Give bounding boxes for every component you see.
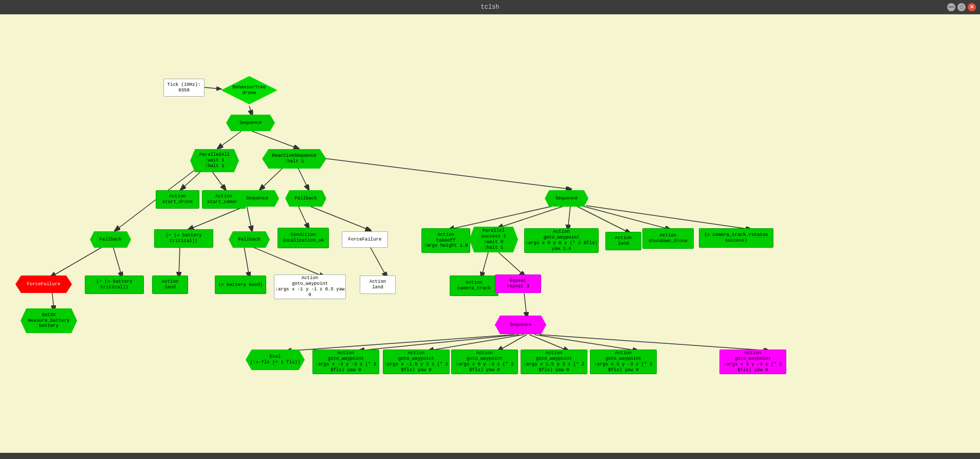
fallback3-node: Fallback <box>229 231 270 248</box>
eval3-label: (~ (= battery Critical)) <box>85 279 143 290</box>
svg-line-1 <box>218 131 242 148</box>
tick-label: Tick (10Hz):0358 <box>168 82 201 94</box>
close-button[interactable]: ✕ <box>968 3 976 11</box>
reactive-sequence-node: ReactiveSequence:halt 1 <box>262 149 326 169</box>
svg-line-15 <box>568 206 570 229</box>
force-failure1-node: ForceFailure <box>342 231 388 248</box>
repeat-label: Repeatrepeat 3 <box>507 278 529 289</box>
svg-line-6 <box>261 168 283 189</box>
action-shutdown-node: Actionshutdown_drone <box>642 228 694 249</box>
svg-line-17 <box>581 206 670 229</box>
action-land2-node: Actionland <box>152 276 188 294</box>
sequence3-label: Sequence <box>556 196 578 201</box>
sequence2-node: Sequence <box>235 190 279 207</box>
maximize-button[interactable]: □ <box>957 3 966 11</box>
svg-line-35 <box>540 335 768 351</box>
svg-line-33 <box>529 335 568 351</box>
sequence1-label: Sequence <box>239 120 262 126</box>
force-failure2-node: ForceFailure <box>15 276 72 293</box>
svg-line-24 <box>370 247 386 277</box>
action-goto5-node: Actiongoto_waypoint:args x 0 y -3 z (* 2… <box>451 350 518 374</box>
eval1-label: (~ (= battery Critical)) <box>155 233 213 244</box>
svg-line-28 <box>524 293 527 317</box>
action-goto2-label: Actiongoto_waypoint:args x -1 y -1 z 0.5… <box>274 276 345 298</box>
action-takeoff-node: Actiontakeoff:args height 1.0 <box>421 228 470 253</box>
eval5-label: Eval(:= fls (+ 1 fls)) <box>250 354 300 365</box>
eval2-label: (= camera_track.rstatus success) <box>699 232 773 244</box>
fallback3-label: Fallback <box>238 237 260 243</box>
svg-line-10 <box>189 206 247 229</box>
svg-line-30 <box>360 335 519 351</box>
action-goto6-label: Actiongoto_waypoint:args x 1.5 y 3 z (* … <box>521 351 587 373</box>
action-land1-label: Actionland <box>615 235 632 247</box>
scrollbar-h[interactable] <box>0 453 980 459</box>
action-goto8-label: Actiongoto_waypoint:args x 3 y -3 z (* 2… <box>720 351 786 373</box>
action-goto4-label: Actiongoto_waypoint:args x -1.5 y 3 z (*… <box>383 351 449 373</box>
condition-loc-label: Conditionlocalization_ok <box>282 232 324 244</box>
action-start-camera-label: Actionstart_camera <box>207 194 241 205</box>
titlebar: tclsh — □ ✕ <box>0 0 980 14</box>
action-camera-track-node: Actioncamera_track <box>450 276 498 296</box>
svg-line-3 <box>181 170 203 189</box>
sequence4-label: Sequence <box>509 322 531 328</box>
reactive-sequence-label: ReactiveSequence:halt 1 <box>272 153 316 164</box>
svg-line-9 <box>247 206 252 230</box>
sequence1-node: Sequence <box>226 115 275 131</box>
svg-line-21 <box>179 247 180 277</box>
action-land3-label: Actionland <box>369 279 386 290</box>
svg-line-29 <box>287 335 514 351</box>
parallel2-node: Parallelsuccess 1:wait 0:halt 1 <box>469 227 518 252</box>
action-land3-node: Actionland <box>360 276 396 294</box>
svg-line-4 <box>211 170 225 189</box>
setsv-node: SetSVmeasure_batterybattery <box>21 308 77 333</box>
parallel2-label: Parallelsuccess 1:wait 0:halt 1 <box>481 228 506 250</box>
action-land2-label: Actionland <box>162 279 178 290</box>
eval3-node: (~ (= battery Critical)) <box>85 276 144 294</box>
action-land1-node: Actionland <box>605 232 641 250</box>
force-failure1-label: ForceFailure <box>348 237 382 243</box>
svg-line-7 <box>298 168 308 189</box>
action-goto8-node: Actiongoto_waypoint:args x 3 y -3 z (* 2… <box>719 350 786 374</box>
svg-line-20 <box>113 247 122 277</box>
action-goto5-label: Actiongoto_waypoint:args x 0 y -3 z (* 2… <box>452 351 517 373</box>
svg-line-36 <box>205 87 221 89</box>
svg-line-13 <box>450 206 555 229</box>
sequence3-node: Sequence <box>545 190 588 207</box>
window-title: tclsh <box>480 4 499 11</box>
svg-line-25 <box>482 252 488 277</box>
action-start-drone-label: Actionstart_drone <box>162 194 193 205</box>
sequence4-node: Sequence <box>495 316 546 334</box>
action-goto1-node: Actiongoto_waypoint:args x 0 y 0 z (* 2 … <box>524 228 599 253</box>
svg-line-11 <box>298 206 308 228</box>
condition-loc-node: Conditionlocalization_ok <box>278 228 329 248</box>
svg-line-26 <box>498 252 524 276</box>
svg-line-14 <box>498 206 565 228</box>
action-shutdown-label: Actionshutdown_drone <box>649 233 688 244</box>
eval4-node: (= battery Good) <box>215 276 266 294</box>
repeat-node: Repeatrepeat 3 <box>495 274 541 293</box>
svg-line-19 <box>51 247 103 277</box>
svg-line-34 <box>534 335 637 351</box>
behavior-tree-node: BehaviorTreedrone <box>221 76 278 104</box>
svg-line-18 <box>586 206 750 229</box>
action-start-drone-node: Actionstart_drone <box>156 190 199 209</box>
action-takeoff-label: Actiontakeoff:args height 1.0 <box>423 232 468 249</box>
svg-line-0 <box>249 106 252 115</box>
action-camera-track-label: Actioncamera_track <box>457 280 491 291</box>
tick-node: Tick (10Hz):0358 <box>163 79 205 97</box>
sequence2-label: Sequence <box>246 196 268 201</box>
minimize-button[interactable]: — <box>947 3 955 11</box>
action-goto3-node: Actiongoto_waypoint:args x -3 y -3 z (* … <box>312 350 379 374</box>
canvas-area: Tick (10Hz):0358 BehaviorTreedrone Seque… <box>0 14 980 459</box>
parallel-all-label: ParallelAll:wait 1:halt 1 <box>199 152 230 169</box>
action-goto6-node: Actiongoto_waypoint:args x 1.5 y 3 z (* … <box>521 350 587 374</box>
svg-line-22 <box>244 247 249 277</box>
setsv-label: SetSVmeasure_batterybattery <box>28 313 69 329</box>
svg-line-8 <box>324 158 570 189</box>
svg-line-23 <box>252 247 324 277</box>
svg-line-32 <box>498 335 527 351</box>
action-goto1-label: Actiongoto_waypoint:args x 0 y 0 z (* 2 … <box>525 229 598 251</box>
force-failure2-label: ForceFailure <box>27 282 61 287</box>
action-goto7-label: Actiongoto_waypoint:args x 3 y -3 z (* 2… <box>590 351 656 373</box>
fallback1-node: Fallback <box>285 190 326 207</box>
